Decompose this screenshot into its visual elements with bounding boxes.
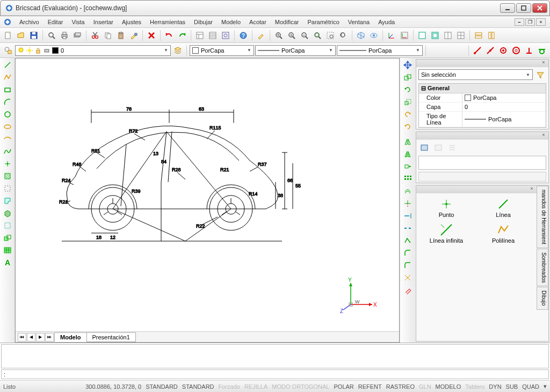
rotate-icon[interactable] (402, 84, 414, 96)
layout4-icon[interactable] (455, 30, 467, 41)
status-tablero[interactable]: Tablero (465, 383, 484, 390)
undo-icon[interactable] (163, 30, 175, 41)
explode-icon[interactable] (402, 272, 414, 284)
filter-icon[interactable] (534, 69, 546, 81)
palette-linea[interactable]: Línea (476, 197, 530, 219)
palette-linea-infinita[interactable]: Línea infinita (419, 222, 473, 245)
trim-icon[interactable] (402, 198, 414, 209)
menu-parametrico[interactable]: Paramétrico (303, 18, 343, 26)
menu-acotar[interactable]: Acotar (245, 18, 271, 26)
layout2-icon[interactable] (429, 30, 441, 41)
zoom-extents-icon[interactable] (312, 30, 323, 41)
menu-modificar[interactable]: Modificar (271, 18, 303, 26)
mirror3d-icon[interactable] (402, 148, 414, 160)
chamfer-icon[interactable] (402, 247, 414, 259)
print-icon[interactable] (59, 30, 70, 41)
snap-center-icon[interactable] (497, 45, 509, 56)
tab-first-button[interactable]: ⏮ (18, 333, 26, 342)
command-history[interactable] (1, 344, 549, 368)
panel-close-icon[interactable]: × (540, 132, 547, 139)
menu-insertar[interactable]: Insertar (89, 18, 118, 26)
zoom-in-icon[interactable]: + (286, 30, 298, 41)
menu-vista[interactable]: Vista (67, 18, 89, 26)
layer-dropdown[interactable]: 0 ▼ (15, 45, 171, 56)
palette-polilinea[interactable]: Polilínea (476, 222, 530, 245)
status-rastreo[interactable]: RASTREO (386, 383, 415, 390)
mirror-icon[interactable] (402, 136, 414, 148)
menu-ventana[interactable]: Ventana (344, 18, 374, 26)
layer-explorer-icon[interactable] (2, 45, 14, 56)
regen-icon[interactable] (255, 30, 267, 41)
solid-icon[interactable] (2, 207, 13, 219)
linetype-dropdown[interactable]: PorCapa ▼ (255, 45, 336, 56)
insert-icon[interactable] (2, 232, 13, 244)
spline-tool-icon[interactable] (2, 146, 13, 157)
ucs-icon[interactable] (386, 30, 397, 41)
side-tab-herramientas[interactable]: mandos de Herramient (537, 186, 548, 248)
move-icon[interactable] (402, 59, 414, 71)
menu-archivo[interactable]: Archivo (15, 18, 44, 26)
layerstate-input[interactable] (418, 156, 546, 170)
selection-dropdown[interactable]: Sin selección ▼ (418, 69, 533, 80)
fillet-icon[interactable] (402, 259, 414, 271)
status-polar[interactable]: POLAR (334, 383, 353, 390)
mdi-close-button[interactable]: × (536, 18, 546, 26)
stretch-icon[interactable] (402, 161, 414, 172)
menu-dibujar[interactable]: Dibujar (190, 18, 217, 26)
prop-val-capa[interactable]: 0 (462, 103, 546, 111)
copy-icon[interactable] (102, 30, 114, 41)
print-preview-icon[interactable] (46, 30, 57, 41)
region-icon[interactable] (2, 195, 13, 207)
zoom-window-icon[interactable] (324, 30, 336, 41)
side-tab-dibujo[interactable]: Dibujo (537, 287, 548, 309)
menu-ayuda[interactable]: Ayuda (374, 18, 399, 26)
status-gln[interactable]: GLN (419, 383, 431, 390)
point-tool-icon[interactable] (2, 158, 13, 170)
status-std1[interactable]: STANDARD (146, 383, 178, 390)
minimize-button[interactable] (500, 3, 515, 13)
panel-close-icon[interactable]: × (528, 186, 535, 192)
array-icon[interactable] (402, 173, 414, 185)
erase-modify-icon[interactable] (402, 284, 414, 296)
status-sub[interactable]: SUB (506, 383, 518, 390)
match-props-icon[interactable] (128, 30, 140, 41)
zoom-realtime-icon[interactable] (273, 30, 285, 41)
maximize-button[interactable] (516, 3, 531, 13)
snap-tangent-icon[interactable] (536, 45, 548, 56)
prop-val-color[interactable]: PorCapa (462, 93, 546, 102)
offset-icon[interactable] (402, 185, 414, 197)
tab-modelo[interactable]: Modelo (54, 332, 87, 342)
color-dropdown[interactable]: PorCapa ▼ (190, 45, 254, 56)
rectangle-tool-icon[interactable] (2, 84, 13, 96)
command-line[interactable]: : (1, 369, 549, 379)
status-dyn[interactable]: DYN (489, 383, 501, 390)
drawing-canvas[interactable]: 78 63 (16, 59, 399, 331)
status-refent[interactable]: REFENT (358, 383, 382, 390)
explorer-icon[interactable] (194, 30, 206, 41)
ucs-world-icon[interactable] (399, 30, 410, 41)
tile-v-icon[interactable] (486, 30, 497, 41)
menu-herramientas[interactable]: Herramientas (146, 18, 190, 26)
mdi-restore-button[interactable]: ❐ (525, 18, 535, 26)
zoom-previous-icon[interactable] (337, 30, 349, 41)
status-forzado[interactable]: Forzado (219, 383, 240, 390)
open-file-icon[interactable] (15, 30, 27, 41)
tab-prev-button[interactable]: ◀ (27, 333, 35, 342)
status-quad[interactable]: QUAD (522, 383, 539, 390)
menu-editar[interactable]: Editar (44, 18, 68, 26)
delete-icon[interactable] (146, 30, 157, 41)
menu-ajustes[interactable]: Ajustes (118, 18, 146, 26)
scale-icon[interactable] (402, 96, 414, 108)
snap-endpoint-icon[interactable] (472, 45, 483, 56)
side-tab-sombreados[interactable]: Sombreados (537, 249, 548, 287)
save-icon[interactable] (28, 30, 40, 41)
zoom-out-icon[interactable]: − (299, 30, 310, 41)
tab-last-button[interactable]: ⏭ (45, 333, 54, 342)
table-icon[interactable] (2, 244, 13, 256)
paste-icon[interactable] (115, 30, 127, 41)
help-icon[interactable]: ? (237, 30, 249, 41)
break-icon[interactable] (402, 222, 414, 234)
block-icon[interactable] (2, 220, 13, 231)
layout3-icon[interactable] (442, 30, 454, 41)
palette-punto[interactable]: Punto (419, 197, 473, 219)
